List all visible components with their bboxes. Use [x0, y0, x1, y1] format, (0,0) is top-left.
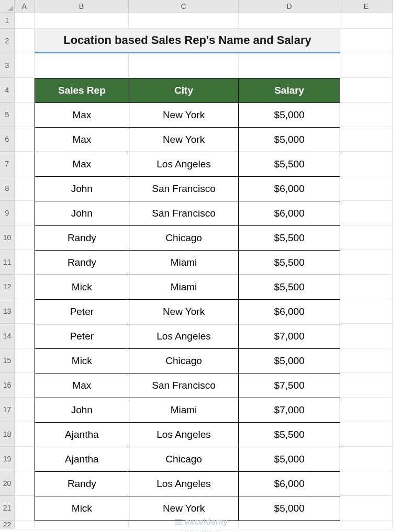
row-header-10[interactable]: 10 — [0, 225, 15, 250]
cell-rep[interactable]: John — [35, 201, 129, 226]
cell-city[interactable]: Los Angeles — [129, 472, 239, 496]
cell-city[interactable]: Chicago — [129, 447, 239, 472]
cell-rep[interactable]: Max — [35, 128, 129, 152]
cell[interactable] — [15, 471, 35, 496]
row-header-22[interactable]: 22 — [0, 520, 15, 529]
cell-salary[interactable]: $5,500 — [239, 275, 340, 300]
cell[interactable] — [15, 152, 35, 176]
cell-city[interactable]: Los Angeles — [129, 152, 239, 177]
cell-salary[interactable]: $5,500 — [239, 423, 340, 447]
row-header-17[interactable]: 17 — [0, 398, 15, 422]
cell-city[interactable]: San Francisco — [129, 201, 239, 226]
row-header-14[interactable]: 14 — [0, 324, 15, 348]
cell-rep[interactable]: Ajantha — [35, 447, 129, 472]
row-header-21[interactable]: 21 — [0, 496, 15, 520]
cell-city[interactable]: San Francisco — [129, 373, 239, 398]
cell[interactable] — [239, 520, 340, 529]
row-header-1[interactable]: 1 — [0, 13, 15, 29]
cell-salary[interactable]: $5,000 — [239, 349, 340, 373]
cell[interactable] — [15, 127, 35, 152]
cell-rep[interactable]: Mick — [35, 275, 129, 300]
cell[interactable] — [15, 250, 35, 275]
cell-rep[interactable]: Max — [35, 103, 129, 128]
cell-rep[interactable]: Max — [35, 373, 129, 398]
cell-rep[interactable]: Mick — [35, 349, 129, 373]
cell-rep[interactable]: Peter — [35, 324, 129, 349]
cell-city[interactable]: Miami — [129, 398, 239, 423]
cell[interactable] — [15, 275, 35, 299]
cell-salary[interactable]: $5,000 — [239, 128, 340, 152]
col-header-D[interactable]: D — [239, 0, 340, 13]
cell-salary[interactable]: $6,000 — [239, 300, 340, 324]
cell[interactable] — [340, 520, 393, 529]
col-header-A[interactable]: A — [15, 0, 35, 13]
row-header-18[interactable]: 18 — [0, 422, 15, 447]
cell-salary[interactable]: $5,000 — [239, 496, 340, 521]
cell-salary[interactable]: $6,000 — [239, 472, 340, 496]
cell[interactable] — [15, 520, 35, 529]
row-header-16[interactable]: 16 — [0, 373, 15, 398]
cell-city[interactable]: New York — [129, 300, 239, 324]
col-header-C[interactable]: C — [129, 0, 239, 13]
cell[interactable] — [15, 447, 35, 471]
cell-salary[interactable]: $5,000 — [239, 103, 340, 128]
cell[interactable] — [15, 299, 35, 324]
cell-rep[interactable]: Max — [35, 152, 129, 177]
cell-salary[interactable]: $7,000 — [239, 324, 340, 349]
col-header-B[interactable]: B — [35, 0, 129, 13]
cell-city[interactable]: Miami — [129, 251, 239, 275]
cell[interactable] — [15, 422, 35, 447]
cell-city[interactable]: Los Angeles — [129, 423, 239, 447]
row-header-8[interactable]: 8 — [0, 176, 15, 201]
cell[interactable] — [15, 29, 35, 53]
header-sales-rep[interactable]: Sales Rep — [35, 78, 129, 103]
col-header-E[interactable]: E — [340, 0, 393, 13]
cell-rep[interactable]: Randy — [35, 472, 129, 496]
cell[interactable] — [15, 398, 35, 422]
row-header-5[interactable]: 5 — [0, 103, 15, 127]
cell-city[interactable]: Chicago — [129, 349, 239, 373]
cell-city[interactable]: Miami — [129, 275, 239, 300]
cell-rep[interactable]: John — [35, 177, 129, 201]
header-salary[interactable]: Salary — [239, 78, 340, 103]
row-header-12[interactable]: 12 — [0, 275, 15, 299]
cell[interactable] — [15, 176, 35, 201]
cell[interactable] — [35, 520, 129, 529]
cell-salary[interactable]: $7,000 — [239, 398, 340, 423]
cell-city[interactable]: New York — [129, 128, 239, 152]
cell-city[interactable]: Chicago — [129, 226, 239, 251]
cell-rep[interactable]: Randy — [35, 251, 129, 275]
cell[interactable] — [15, 496, 35, 520]
cell-rep[interactable]: Randy — [35, 226, 129, 251]
cell[interactable] — [15, 373, 35, 398]
cell-rep[interactable]: Mick — [35, 496, 129, 521]
row-header-11[interactable]: 11 — [0, 250, 15, 275]
cell-salary[interactable]: $5,000 — [239, 447, 340, 472]
cell[interactable] — [15, 13, 35, 29]
row-header-2[interactable]: 2 — [0, 29, 15, 53]
cell-city[interactable]: Los Angeles — [129, 324, 239, 349]
cell-rep[interactable]: Ajantha — [35, 423, 129, 447]
cell[interactable] — [15, 78, 35, 103]
row-header-9[interactable]: 9 — [0, 201, 15, 225]
cell-salary[interactable]: $5,500 — [239, 251, 340, 275]
cell-salary[interactable]: $5,500 — [239, 226, 340, 251]
select-all-corner[interactable] — [0, 0, 15, 13]
row-header-3[interactable]: 3 — [0, 53, 15, 78]
row-header-15[interactable]: 15 — [0, 348, 15, 373]
cell-city[interactable]: New York — [129, 103, 239, 128]
row-header-7[interactable]: 7 — [0, 152, 15, 176]
cell-city[interactable]: San Francisco — [129, 177, 239, 201]
cell-salary[interactable]: $7,500 — [239, 373, 340, 398]
header-city[interactable]: City — [129, 78, 239, 103]
cell[interactable] — [15, 225, 35, 250]
row-header-4[interactable]: 4 — [0, 78, 15, 103]
cell-salary[interactable]: $6,000 — [239, 177, 340, 201]
cell[interactable] — [15, 103, 35, 127]
row-header-19[interactable]: 19 — [0, 447, 15, 471]
row-header-13[interactable]: 13 — [0, 299, 15, 324]
cell[interactable] — [15, 348, 35, 373]
row-header-6[interactable]: 6 — [0, 127, 15, 152]
cell[interactable] — [15, 201, 35, 225]
cell[interactable] — [15, 324, 35, 348]
